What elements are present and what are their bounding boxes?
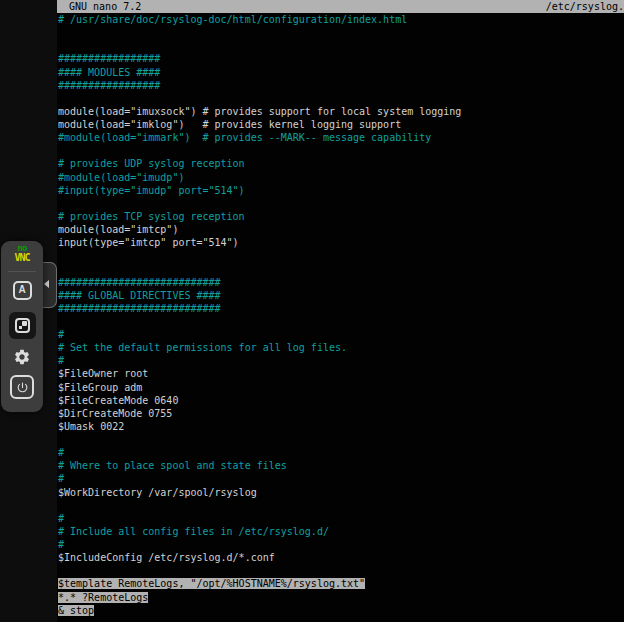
terminal-line bbox=[58, 92, 624, 105]
novnc-logo: no VNC bbox=[1, 244, 43, 263]
terminal-line: # /usr/share/doc/rsyslog-doc/html/config… bbox=[58, 13, 624, 26]
terminal-line bbox=[58, 564, 624, 577]
file-path-label: /etc/rsyslog. bbox=[546, 0, 624, 13]
terminal-line: $FileCreateMode 0640 bbox=[58, 394, 624, 407]
keyboard-a-icon: A bbox=[13, 281, 32, 300]
terminal-line: module(load="imklog") # provides kernel … bbox=[58, 118, 624, 131]
terminal-line: # Where to place spool and state files bbox=[58, 459, 624, 472]
terminal-line: $DirCreateMode 0755 bbox=[58, 407, 624, 420]
terminal-line: #### GLOBAL DIRECTIVES #### bbox=[58, 289, 624, 302]
terminal-window: GNU nano 7.2 /etc/rsyslog. # /usr/share/… bbox=[57, 0, 624, 622]
terminal-line: # bbox=[58, 328, 624, 341]
terminal-line: #input(type="imudp" port="514") bbox=[58, 184, 624, 197]
power-glyph bbox=[16, 381, 29, 394]
power-icon bbox=[10, 375, 34, 399]
terminal-line bbox=[58, 499, 624, 512]
nano-titlebar: GNU nano 7.2 /etc/rsyslog. bbox=[57, 0, 624, 13]
terminal-line: $FileOwner root bbox=[58, 367, 624, 380]
terminal-line: # provides TCP syslog reception bbox=[58, 210, 624, 223]
novnc-logo-vnc: VNC bbox=[1, 253, 43, 263]
terminal-line bbox=[58, 197, 624, 210]
terminal-line: ########################### bbox=[58, 276, 624, 289]
terminal-line: $IncludeConfig /etc/rsyslog.d/*.conf bbox=[58, 551, 624, 564]
keycap-letter: A bbox=[18, 285, 25, 295]
terminal-line: # bbox=[58, 446, 624, 459]
vnc-control-bar: no VNC A bbox=[1, 241, 43, 412]
nano-version-label: GNU nano 7.2 bbox=[57, 0, 141, 13]
settings-button[interactable] bbox=[1, 345, 43, 369]
terminal-line: $Umask 0022 bbox=[58, 420, 624, 433]
terminal-line bbox=[58, 26, 624, 39]
collapse-arrow-icon bbox=[44, 280, 49, 288]
fullscreen-button[interactable] bbox=[1, 311, 43, 339]
terminal-line: module(load="imtcp") bbox=[58, 223, 624, 236]
active-button-highlight bbox=[9, 312, 36, 339]
terminal-line: input(type="imtcp" port="514") bbox=[58, 236, 624, 249]
fullscreen-icon bbox=[15, 318, 30, 333]
terminal-line: ################# bbox=[58, 79, 624, 92]
terminal-line bbox=[58, 249, 624, 262]
terminal-line bbox=[58, 39, 624, 52]
terminal-line: #module(load="imudp") bbox=[58, 171, 624, 184]
terminal-line: ########################### bbox=[58, 302, 624, 315]
terminal-line: $template RemoteLogs, "/opt/%HOSTNAME%/r… bbox=[58, 577, 624, 590]
terminal-text[interactable]: # /usr/share/doc/rsyslog-doc/html/config… bbox=[58, 13, 624, 622]
terminal-line: #### MODULES #### bbox=[58, 66, 624, 79]
vnc-panel-handle[interactable] bbox=[41, 262, 57, 308]
panel-divider bbox=[8, 271, 36, 272]
terminal-line bbox=[58, 315, 624, 328]
gear-icon bbox=[13, 348, 31, 366]
terminal-line: # Include all config files in /etc/rsysl… bbox=[58, 525, 624, 538]
terminal-line: # bbox=[58, 512, 624, 525]
terminal-line: # bbox=[58, 538, 624, 551]
terminal-line: $FileGroup adm bbox=[58, 381, 624, 394]
terminal-line bbox=[58, 433, 624, 446]
terminal-line: #module(load="immark") # provides --MARK… bbox=[58, 131, 624, 144]
terminal-line: # Set the default permissions for all lo… bbox=[58, 341, 624, 354]
terminal-line: ################# bbox=[58, 52, 624, 65]
terminal-line: # provides UDP syslog reception bbox=[58, 157, 624, 170]
terminal-line: & stop bbox=[58, 604, 624, 617]
extra-keys-button[interactable]: A bbox=[1, 278, 43, 302]
terminal-line bbox=[58, 262, 624, 275]
terminal-line: *.* ?RemoteLogs bbox=[58, 591, 624, 604]
terminal-line: # bbox=[58, 354, 624, 367]
terminal-line bbox=[58, 144, 624, 157]
terminal-line: $WorkDirectory /var/spool/rsyslog bbox=[58, 486, 624, 499]
disconnect-button[interactable] bbox=[1, 374, 43, 400]
terminal-line: module(load="imuxsock") # provides suppo… bbox=[58, 105, 624, 118]
terminal-line: # bbox=[58, 472, 624, 485]
